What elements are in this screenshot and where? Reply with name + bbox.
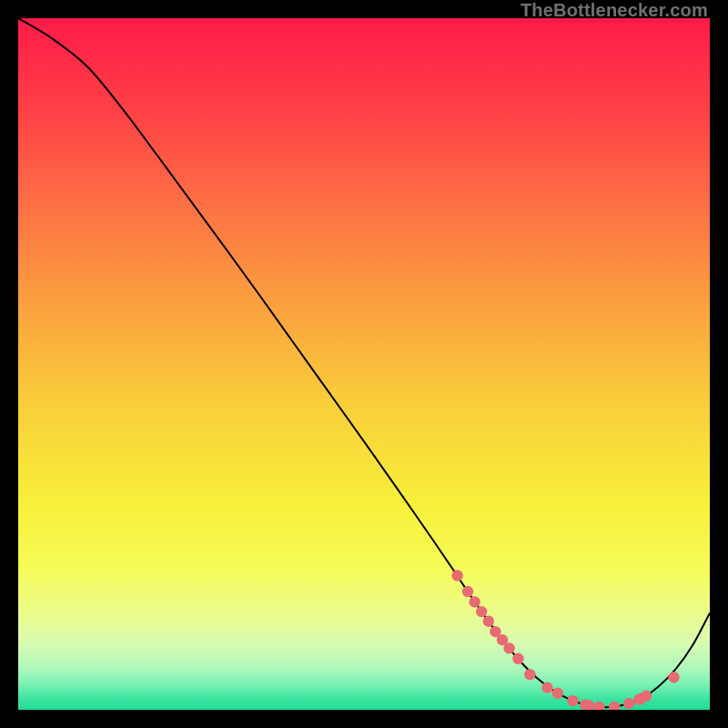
dot: [541, 682, 552, 693]
dot: [623, 698, 634, 709]
dot: [483, 616, 494, 627]
dot: [451, 570, 462, 581]
dot: [476, 606, 487, 617]
plot-area: [18, 18, 710, 710]
dot: [641, 691, 652, 702]
dot: [524, 669, 535, 680]
dot: [503, 642, 514, 653]
dot: [668, 672, 679, 682]
chart-frame: TheBottlenecker.com: [0, 0, 728, 728]
dot: [512, 653, 523, 664]
curve-layer: [18, 18, 710, 710]
dot: [609, 702, 620, 710]
dot: [462, 586, 473, 597]
dot: [593, 702, 604, 710]
dot: [552, 688, 563, 699]
dot: [567, 695, 578, 706]
bottleneck-curve: [18, 18, 710, 707]
dot: [469, 596, 480, 607]
highlighted-dots: [451, 570, 679, 710]
